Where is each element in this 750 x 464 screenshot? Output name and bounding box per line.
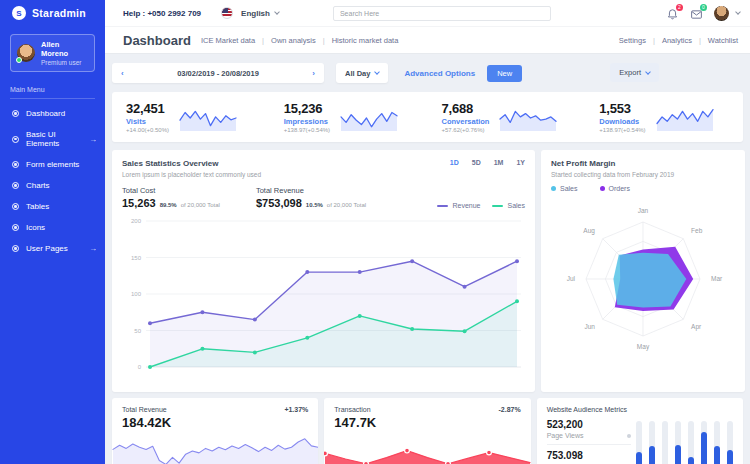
bar-track [649,421,655,464]
svg-text:0: 0 [138,364,142,370]
link-watchlist[interactable]: Watchlist [692,36,738,45]
downloads-sparkline [656,103,714,131]
total-cost-block: Total Cost 15,263 89.5% of 20,000 Total [122,186,220,209]
brand-logo-icon: S [12,6,26,20]
date-next-button[interactable]: › [312,69,315,78]
us-flag-icon [221,7,233,19]
stat-label: Visits [126,117,169,126]
stat-value: 15,236 [284,101,330,116]
revenue-line-swatch [437,205,448,207]
card-value: 184.42K [122,415,308,430]
bar-fill [688,457,694,464]
card-subtitle: Started collecting data from February 20… [551,171,735,178]
card-title: Net Profit Margin [551,159,735,168]
sidebar-menu: Dashboard Basic UI Elements → Form eleme… [0,103,105,259]
page-header: Dashboard ICE Market data Own analysis H… [105,26,750,54]
sidebar-item-basic-ui-elements[interactable]: Basic UI Elements → [0,124,105,154]
profile-avatar [17,44,35,62]
sales-line-chart: 200150100500 [122,213,525,381]
date-prev-button[interactable]: ‹ [121,69,124,78]
sidebar-item-tables[interactable]: Tables [0,196,105,217]
svg-text:150: 150 [131,255,142,261]
impressions-sparkline [340,103,398,131]
link-analytics[interactable]: Analytics [646,36,692,45]
sidebar-item-user-pages[interactable]: User Pages → [0,238,105,259]
search-input[interactable] [333,6,551,21]
total-cost-label: Total Cost [122,186,220,195]
link-settings[interactable]: Settings [619,36,646,45]
charts-row: Sales Statistics Overview Lorem ipsum is… [112,150,743,392]
range-tab-5d[interactable]: 5D [472,159,481,178]
range-tab-1m[interactable]: 1M [494,159,504,178]
line-chart-legend: Revenue Sales [437,202,525,209]
range-tab-1d[interactable]: 1D [450,159,459,178]
export-button[interactable]: Export [610,63,659,82]
day-filter-value: All Day [345,69,370,78]
menu-item-label: Charts [26,181,97,190]
breadcrumb-ice-market-data[interactable]: ICE Market data [201,36,255,45]
topbar-icons: 2 0 [666,6,740,21]
bar-fill [636,452,642,464]
revenue-sparkline [112,431,318,464]
bar-track [701,421,707,464]
total-revenue-percent: 10.5% [306,202,323,208]
breadcrumb-own-analysis[interactable]: Own analysis [255,36,316,45]
divider [547,444,631,445]
sidebar-item-icons[interactable]: Icons [0,217,105,238]
total-revenue-note: of 20,000 Total [327,202,366,208]
sidebar-item-charts[interactable]: Charts [0,175,105,196]
metrics-list: 523,200 Page Views 753.098 [547,419,631,464]
visits-sparkline [179,103,237,131]
chevron-down-icon[interactable] [735,9,741,15]
legend-sales: Sales [551,185,578,192]
range-tabs: 1D 5D 1M 1Y [450,159,525,178]
toolbar: ‹ 03/02/2019 - 20/08/2019 › All Day Adva… [112,62,743,84]
breadcrumb-historic-market-data[interactable]: Historic market data [316,36,399,45]
svg-text:Jan: Jan [638,207,649,214]
svg-text:Feb: Feb [691,227,703,234]
menu-bullet-icon [12,110,19,117]
app-root: S Staradmin Allen Moreno Premium user Ma… [0,0,750,464]
legend-label: Orders [609,185,630,192]
range-tab-1y[interactable]: 1Y [516,159,525,178]
advanced-options-link[interactable]: Advanced Options [404,69,475,78]
sales-line-swatch [492,205,503,207]
notifications-button[interactable]: 2 [666,7,679,20]
messages-badge: 0 [700,4,707,11]
legend-label: Sales [507,202,525,209]
svg-text:200: 200 [131,218,142,224]
second-metric-value: 753.098 [547,450,631,461]
menu-item-label: Basic UI Elements [26,130,82,148]
menu-bullet-icon [12,161,19,168]
breadcrumb: ICE Market data Own analysis Historic ma… [201,36,398,45]
svg-text:Aug: Aug [583,227,595,235]
page-views-indicator-dot [627,434,631,438]
language-selector[interactable]: English [241,9,279,18]
stat-conversation: 7,688 Conversation +57.62(+0.76%) [428,101,586,133]
chevron-down-icon [274,9,280,15]
chevron-down-icon [645,69,651,75]
stat-delta: +138.97(+0.54%) [599,127,645,133]
user-avatar[interactable] [714,6,729,21]
new-button[interactable]: New [487,65,522,82]
brand[interactable]: S Staradmin [0,0,105,26]
stat-delta: +57.62(+0.76%) [442,127,490,133]
messages-button[interactable]: 0 [690,7,703,20]
bar-fill [649,446,655,464]
sidebar-item-form-elements[interactable]: Form elements [0,154,105,175]
sidebar-item-dashboard[interactable]: Dashboard [0,103,105,124]
transaction-area-chart [324,434,530,464]
legend-label: Sales [560,185,578,192]
day-filter-dropdown[interactable]: All Day [336,63,388,83]
bottom-row: Total Revenue +1.37% 184.42K Transaction… [112,398,743,464]
menu-item-label: Tables [26,202,97,211]
stat-value: 7,688 [442,101,490,116]
svg-text:100: 100 [131,291,142,297]
total-cost-percent: 89.5% [160,202,177,208]
chevron-right-icon: → [89,244,97,253]
profile-card[interactable]: Allen Moreno Premium user [10,34,95,72]
orders-dot-swatch [600,186,605,191]
stat-label: Conversation [442,117,490,126]
bar-fill [727,450,733,464]
date-range-picker[interactable]: ‹ 03/02/2019 - 20/08/2019 › [112,63,324,83]
